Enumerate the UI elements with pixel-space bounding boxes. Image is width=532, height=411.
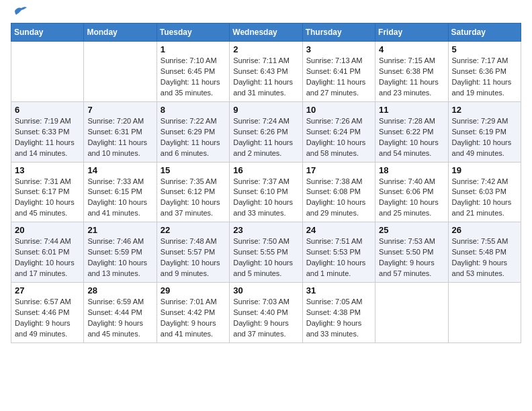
day-number: 17 <box>306 165 371 175</box>
day-info: Sunrise: 7:20 AM Sunset: 6:31 PM Dayligh… <box>87 116 152 159</box>
day-info: Sunrise: 7:26 AM Sunset: 6:24 PM Dayligh… <box>306 116 371 159</box>
day-number: 29 <box>161 285 226 295</box>
day-number: 9 <box>233 105 298 115</box>
day-number: 28 <box>87 285 152 295</box>
calendar-cell: 18Sunrise: 7:40 AM Sunset: 6:06 PM Dayli… <box>375 162 448 222</box>
day-number: 30 <box>233 285 298 295</box>
day-number: 20 <box>15 225 80 235</box>
day-number: 10 <box>306 105 371 115</box>
day-number: 25 <box>379 225 444 235</box>
calendar-cell: 3Sunrise: 7:13 AM Sunset: 6:41 PM Daylig… <box>302 42 375 102</box>
day-number: 7 <box>87 105 152 115</box>
calendar-cell: 8Sunrise: 7:22 AM Sunset: 6:29 PM Daylig… <box>157 101 229 162</box>
day-number: 26 <box>452 225 517 235</box>
calendar-cell: 17Sunrise: 7:38 AM Sunset: 6:08 PM Dayli… <box>302 162 375 222</box>
calendar-cell: 11Sunrise: 7:28 AM Sunset: 6:22 PM Dayli… <box>375 101 448 162</box>
day-info: Sunrise: 7:22 AM Sunset: 6:29 PM Dayligh… <box>161 116 226 159</box>
day-info: Sunrise: 7:01 AM Sunset: 4:42 PM Dayligh… <box>161 297 226 340</box>
calendar-week-row: 20Sunrise: 7:44 AM Sunset: 6:01 PM Dayli… <box>11 222 521 283</box>
calendar-header-row: SundayMondayTuesdayWednesdayThursdayFrid… <box>11 24 521 42</box>
day-info: Sunrise: 7:42 AM Sunset: 6:03 PM Dayligh… <box>452 177 517 220</box>
day-info: Sunrise: 7:29 AM Sunset: 6:19 PM Dayligh… <box>452 116 517 159</box>
day-info: Sunrise: 6:57 AM Sunset: 4:46 PM Dayligh… <box>15 297 80 340</box>
weekday-header: Wednesday <box>230 24 302 42</box>
weekday-header: Thursday <box>302 24 375 42</box>
calendar-cell: 6Sunrise: 7:19 AM Sunset: 6:33 PM Daylig… <box>11 101 84 162</box>
day-info: Sunrise: 7:10 AM Sunset: 6:45 PM Dayligh… <box>161 56 226 99</box>
calendar-cell: 26Sunrise: 7:55 AM Sunset: 5:48 PM Dayli… <box>448 222 521 283</box>
day-info: Sunrise: 7:53 AM Sunset: 5:50 PM Dayligh… <box>379 236 444 279</box>
calendar-cell: 24Sunrise: 7:51 AM Sunset: 5:53 PM Dayli… <box>302 222 375 283</box>
day-info: Sunrise: 7:40 AM Sunset: 6:06 PM Dayligh… <box>379 177 444 220</box>
calendar-cell: 30Sunrise: 7:03 AM Sunset: 4:40 PM Dayli… <box>230 283 302 343</box>
day-info: Sunrise: 7:17 AM Sunset: 6:36 PM Dayligh… <box>452 56 517 99</box>
calendar-cell: 15Sunrise: 7:35 AM Sunset: 6:12 PM Dayli… <box>157 162 229 222</box>
calendar-cell: 14Sunrise: 7:33 AM Sunset: 6:15 PM Dayli… <box>84 162 157 222</box>
day-number: 23 <box>233 225 298 235</box>
calendar-week-row: 13Sunrise: 7:31 AM Sunset: 6:17 PM Dayli… <box>11 162 521 222</box>
calendar-cell <box>11 42 84 102</box>
day-info: Sunrise: 7:03 AM Sunset: 4:40 PM Dayligh… <box>233 297 298 340</box>
day-info: Sunrise: 7:13 AM Sunset: 6:41 PM Dayligh… <box>306 56 371 99</box>
calendar-cell: 2Sunrise: 7:11 AM Sunset: 6:43 PM Daylig… <box>230 42 302 102</box>
day-info: Sunrise: 7:33 AM Sunset: 6:15 PM Dayligh… <box>87 177 152 220</box>
day-number: 27 <box>15 285 80 295</box>
day-number: 5 <box>452 44 517 54</box>
calendar-cell: 13Sunrise: 7:31 AM Sunset: 6:17 PM Dayli… <box>11 162 84 222</box>
day-number: 13 <box>15 165 80 175</box>
day-number: 16 <box>233 165 298 175</box>
calendar-week-row: 27Sunrise: 6:57 AM Sunset: 4:46 PM Dayli… <box>11 283 521 343</box>
day-info: Sunrise: 7:37 AM Sunset: 6:10 PM Dayligh… <box>233 177 298 220</box>
day-number: 14 <box>87 165 152 175</box>
day-number: 24 <box>306 225 371 235</box>
day-info: Sunrise: 7:44 AM Sunset: 6:01 PM Dayligh… <box>15 236 80 279</box>
day-number: 18 <box>379 165 444 175</box>
day-number: 6 <box>15 105 80 115</box>
day-number: 4 <box>379 44 444 54</box>
day-number: 21 <box>87 225 152 235</box>
weekday-header: Tuesday <box>157 24 229 42</box>
calendar-week-row: 1Sunrise: 7:10 AM Sunset: 6:45 PM Daylig… <box>11 42 521 102</box>
weekday-header: Friday <box>375 24 448 42</box>
calendar-table: SundayMondayTuesdayWednesdayThursdayFrid… <box>11 23 521 343</box>
day-info: Sunrise: 7:51 AM Sunset: 5:53 PM Dayligh… <box>306 236 371 279</box>
logo-bird-icon <box>13 5 28 16</box>
day-number: 1 <box>161 44 226 54</box>
day-info: Sunrise: 7:28 AM Sunset: 6:22 PM Dayligh… <box>379 116 444 159</box>
calendar-cell: 19Sunrise: 7:42 AM Sunset: 6:03 PM Dayli… <box>448 162 521 222</box>
logo <box>11 11 28 16</box>
day-number: 31 <box>306 285 371 295</box>
day-number: 2 <box>233 44 298 54</box>
day-info: Sunrise: 6:59 AM Sunset: 4:44 PM Dayligh… <box>87 297 152 340</box>
day-info: Sunrise: 7:46 AM Sunset: 5:59 PM Dayligh… <box>87 236 152 279</box>
day-info: Sunrise: 7:11 AM Sunset: 6:43 PM Dayligh… <box>233 56 298 99</box>
calendar-cell: 9Sunrise: 7:24 AM Sunset: 6:26 PM Daylig… <box>230 101 302 162</box>
day-number: 15 <box>161 165 226 175</box>
day-info: Sunrise: 7:24 AM Sunset: 6:26 PM Dayligh… <box>233 116 298 159</box>
calendar-week-row: 6Sunrise: 7:19 AM Sunset: 6:33 PM Daylig… <box>11 101 521 162</box>
calendar-cell: 5Sunrise: 7:17 AM Sunset: 6:36 PM Daylig… <box>448 42 521 102</box>
calendar-cell: 25Sunrise: 7:53 AM Sunset: 5:50 PM Dayli… <box>375 222 448 283</box>
calendar-cell: 22Sunrise: 7:48 AM Sunset: 5:57 PM Dayli… <box>157 222 229 283</box>
day-info: Sunrise: 7:50 AM Sunset: 5:55 PM Dayligh… <box>233 236 298 279</box>
day-info: Sunrise: 7:31 AM Sunset: 6:17 PM Dayligh… <box>15 177 80 220</box>
calendar-cell: 16Sunrise: 7:37 AM Sunset: 6:10 PM Dayli… <box>230 162 302 222</box>
calendar-cell: 1Sunrise: 7:10 AM Sunset: 6:45 PM Daylig… <box>157 42 229 102</box>
calendar-cell <box>375 283 448 343</box>
weekday-header: Monday <box>84 24 157 42</box>
day-info: Sunrise: 7:05 AM Sunset: 4:38 PM Dayligh… <box>306 297 371 340</box>
calendar-cell: 28Sunrise: 6:59 AM Sunset: 4:44 PM Dayli… <box>84 283 157 343</box>
calendar-cell: 29Sunrise: 7:01 AM Sunset: 4:42 PM Dayli… <box>157 283 229 343</box>
day-info: Sunrise: 7:48 AM Sunset: 5:57 PM Dayligh… <box>161 236 226 279</box>
calendar-cell: 12Sunrise: 7:29 AM Sunset: 6:19 PM Dayli… <box>448 101 521 162</box>
calendar-cell: 23Sunrise: 7:50 AM Sunset: 5:55 PM Dayli… <box>230 222 302 283</box>
day-number: 11 <box>379 105 444 115</box>
header <box>11 11 521 16</box>
day-info: Sunrise: 7:55 AM Sunset: 5:48 PM Dayligh… <box>452 236 517 279</box>
day-number: 22 <box>161 225 226 235</box>
calendar-cell: 20Sunrise: 7:44 AM Sunset: 6:01 PM Dayli… <box>11 222 84 283</box>
day-number: 8 <box>161 105 226 115</box>
day-info: Sunrise: 7:35 AM Sunset: 6:12 PM Dayligh… <box>161 177 226 220</box>
calendar-cell <box>84 42 157 102</box>
calendar-cell: 21Sunrise: 7:46 AM Sunset: 5:59 PM Dayli… <box>84 222 157 283</box>
